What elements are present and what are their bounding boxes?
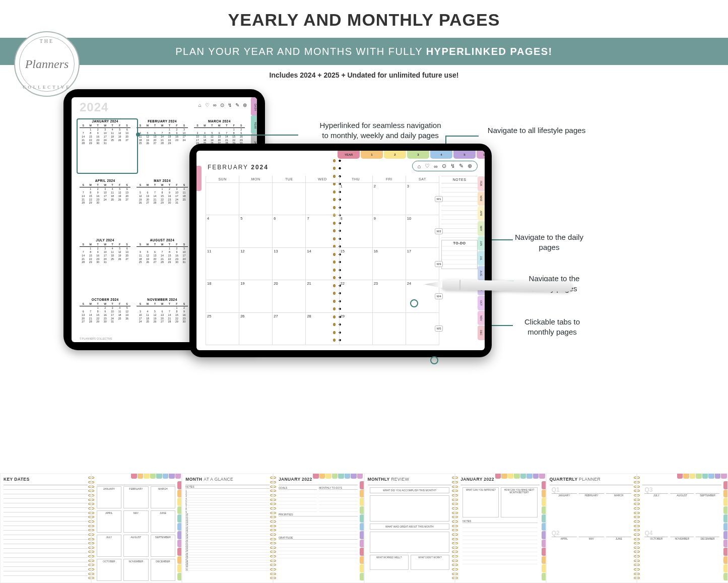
month-day-cell[interactable]: 8	[340, 215, 372, 247]
mini-calendar[interactable]: JULY 2024SMTWTFS123456789101112131415161…	[79, 237, 131, 293]
month-day-cell[interactable]: 6	[273, 215, 305, 247]
mini-calendar[interactable]: APRIL 2024SMTWTFS12345678910111213141516…	[79, 178, 131, 233]
yearly-side-tab[interactable]: YEAR	[251, 115, 257, 134]
month-top-tab[interactable]: 2	[384, 151, 406, 159]
nav-icon[interactable]: ∞	[213, 102, 217, 108]
month-day-cell[interactable]: W5	[406, 313, 439, 345]
nav-icon[interactable]: ♡	[205, 102, 210, 108]
monthly-top-tabs[interactable]: YEAR12345DASH	[338, 151, 485, 159]
month-day-cell[interactable]: 5	[239, 215, 272, 247]
mini-cal-title: MAY 2024	[137, 179, 187, 182]
monthly-right-tabs[interactable]: FEBMARAPRMAYJUNJULAUGSEPOCTNOVDEC	[478, 176, 485, 340]
todo-item[interactable]	[442, 246, 477, 250]
month-day-cell[interactable]: 18	[206, 280, 239, 312]
nav-icon[interactable]: ⌂	[418, 163, 421, 169]
mini-calendar[interactable]: MAY 2024SMTWTFS1234567891011121314151617…	[136, 178, 188, 233]
month-day-cell[interactable]: 28	[306, 313, 339, 345]
mini-calendar[interactable]: AUGUST 2024SMTWTFS1234567891011121314151…	[136, 237, 188, 293]
month-day-cell[interactable]: 10W2	[406, 215, 439, 247]
thumbnail-spread[interactable]: QUARTERLY PLANNERQ1JANUARYFEBRUARYMARCHQ…	[546, 473, 728, 583]
todo-item[interactable]	[442, 264, 477, 269]
month-day-cell[interactable]: 25	[206, 313, 239, 345]
thumbnail-spread[interactable]: MONTH AT A GLANCENOTES123456789101112131…	[182, 473, 364, 583]
month-tab[interactable]: MAY	[478, 221, 485, 236]
nav-icon[interactable]: ⊙	[442, 163, 446, 169]
thumbnail-spread[interactable]: MONTHLY REVIEWWHAT DID YOU ACCOMPLISH TH…	[364, 473, 546, 583]
nav-icon[interactable]: ⌂	[198, 102, 202, 108]
month-day-cell[interactable]: 1	[340, 183, 372, 215]
month-day-cell[interactable]: 7	[306, 215, 339, 247]
month-day-cell[interactable]: 29	[340, 313, 372, 345]
notes-lines[interactable]	[441, 183, 478, 238]
yearly-nav-icons[interactable]: ⌂♡∞⊙↯✎⊕	[198, 102, 247, 108]
month-top-tab[interactable]: 5	[453, 151, 476, 159]
month-day-cell[interactable]: 21	[306, 280, 339, 312]
nav-icon[interactable]: ✎	[235, 102, 239, 108]
mini-calendar[interactable]: FEBRUARY 2024SMTWTFS12345678910111213141…	[136, 118, 188, 174]
nav-icon[interactable]: ↯	[228, 102, 232, 108]
nav-icon[interactable]: ✎	[459, 163, 464, 169]
nav-icon[interactable]: ∞	[434, 163, 438, 169]
month-day-cell[interactable]	[373, 313, 406, 345]
nav-icon[interactable]: ⊙	[220, 102, 224, 108]
nav-icon[interactable]: ⊕	[243, 102, 247, 108]
yearly-side-tab[interactable]: DASH	[251, 97, 257, 115]
month-top-tab[interactable]: DASH	[477, 151, 485, 159]
logo-bot: COLLECTIVE	[23, 85, 71, 90]
month-day-cell[interactable]	[239, 183, 272, 215]
month-day-cell[interactable]: 27	[273, 313, 305, 345]
nav-icon[interactable]: ↯	[450, 163, 455, 169]
mini-calendar[interactable]: OCTOBER 2024SMTWTFS123456789101112131415…	[79, 297, 131, 342]
month-day-cell[interactable]: 3W1	[406, 183, 439, 215]
month-day-cell[interactable]: 26	[239, 313, 272, 345]
week-badge[interactable]: W4	[435, 293, 443, 299]
week-badge[interactable]: W5	[435, 326, 443, 332]
month-top-tab[interactable]: 1	[361, 151, 383, 159]
month-tab[interactable]: FEB	[478, 176, 485, 191]
month-day-cell[interactable]: 17W3	[406, 248, 439, 280]
thumbnail-spread[interactable]: KEY DATESJANUARYFEBRUARYMARCHAPRILMAYJUN…	[0, 473, 182, 583]
mini-calendar[interactable]: NOVEMBER 2024SMTWTFS12345678910111213141…	[136, 297, 188, 342]
monthly-left-tab[interactable]	[196, 166, 202, 191]
todo-item[interactable]	[442, 260, 477, 264]
month-day-cell[interactable]: 14	[306, 248, 339, 280]
month-day-cell[interactable]: 22	[340, 280, 372, 312]
month-tab[interactable]: JUL	[478, 251, 485, 266]
nav-icon[interactable]: ⊕	[468, 163, 472, 169]
month-tab[interactable]: MAR	[478, 191, 485, 206]
month-day-cell[interactable]: 13	[273, 248, 305, 280]
month-day-cell[interactable]: 2	[373, 183, 406, 215]
month-tab[interactable]: DEC	[478, 326, 485, 340]
month-tab[interactable]: JUN	[478, 236, 485, 251]
month-day-cell[interactable]: 15	[340, 248, 372, 280]
week-badge[interactable]: W3	[435, 261, 443, 267]
week-badge[interactable]: W2	[435, 228, 443, 234]
mini-calendar[interactable]: JANUARY 2024SMTWTFS123456789101112131415…	[79, 118, 131, 174]
nav-icon[interactable]: ♡	[425, 163, 430, 169]
month-top-tab[interactable]: 3	[407, 151, 429, 159]
todo-item[interactable]	[442, 250, 477, 255]
yearly-year-label: 2024	[80, 100, 108, 114]
month-day-cell[interactable]	[306, 183, 339, 215]
month-day-cell[interactable]: 4	[206, 215, 239, 247]
month-day-cell[interactable]	[273, 183, 305, 215]
month-day-cell[interactable]: 9	[373, 215, 406, 247]
month-tab[interactable]: OCT	[478, 296, 485, 310]
callout-line	[445, 136, 479, 137]
month-top-tab[interactable]: 4	[430, 151, 452, 159]
month-day-cell[interactable]: 19	[239, 280, 272, 312]
monthly-calendar-grid[interactable]: SUN4111825MON5121926TUE6132027WED7142128…	[206, 176, 439, 345]
month-day-cell[interactable]: 23	[373, 280, 406, 312]
month-tab[interactable]: NOV	[478, 311, 485, 326]
month-day-cell[interactable]: 12	[239, 248, 272, 280]
todo-item[interactable]	[442, 255, 477, 260]
monthly-nav-icons[interactable]: ⌂♡∞⊙↯✎⊕	[412, 161, 478, 171]
month-tab[interactable]: APR	[478, 206, 485, 221]
month-day-cell[interactable]: 16	[373, 248, 406, 280]
month-day-cell[interactable]: 11	[206, 248, 239, 280]
month-day-cell[interactable]: 20	[273, 280, 305, 312]
week-badge[interactable]: W1	[435, 196, 443, 202]
month-tab[interactable]: AUG	[478, 266, 485, 281]
todo-box[interactable]: TO-DO	[441, 240, 478, 269]
month-day-cell[interactable]	[206, 183, 239, 215]
